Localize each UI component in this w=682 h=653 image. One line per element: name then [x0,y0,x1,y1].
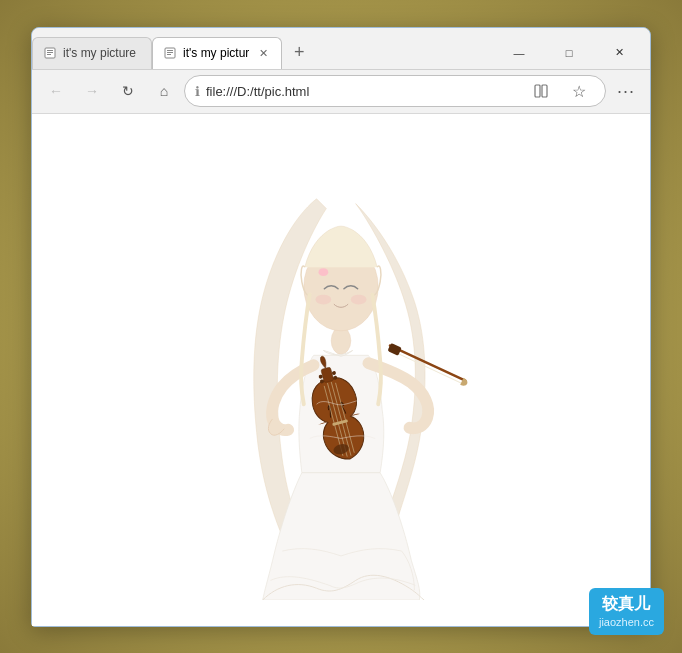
violin-girl-svg [161,140,521,600]
home-button[interactable]: ⌂ [148,75,180,107]
reader-mode-icon[interactable] [525,75,557,107]
back-icon: ← [49,83,63,99]
nav-bar: ← → ↻ ⌂ ℹ file:///D:/tt/pic.html ☆ ··· [32,70,650,114]
more-options-button[interactable]: ··· [610,75,642,107]
svg-rect-3 [47,54,51,55]
refresh-button[interactable]: ↻ [112,75,144,107]
new-tab-button[interactable]: + [284,37,314,69]
more-icon-dots: ··· [617,81,635,102]
refresh-icon: ↻ [122,83,134,99]
svg-rect-7 [167,54,171,55]
svg-rect-1 [47,50,53,51]
home-icon: ⌂ [160,83,168,99]
close-button[interactable]: ✕ [596,37,642,69]
forward-icon: → [85,83,99,99]
tab2-label: it's my pictur [183,46,249,60]
svg-rect-2 [47,52,53,53]
tab1-label: it's my picture [63,46,141,60]
address-bar[interactable]: ℹ file:///D:/tt/pic.html ☆ [184,75,606,107]
info-icon: ℹ [195,84,200,99]
browser-window: it's my picture it's my pictur ✕ + — [31,27,651,627]
tab-close-button[interactable]: ✕ [255,45,271,61]
forward-button[interactable]: → [76,75,108,107]
address-text: file:///D:/tt/pic.html [206,84,519,99]
svg-rect-8 [535,85,540,97]
anime-image [32,114,650,626]
svg-rect-5 [167,50,173,51]
favorite-icon[interactable]: ☆ [563,75,595,107]
page-content [32,114,650,626]
tab-inactive[interactable]: it's my picture [32,37,152,69]
svg-point-13 [316,294,332,304]
svg-point-14 [351,294,367,304]
back-button[interactable]: ← [40,75,72,107]
new-tab-icon: + [294,42,305,63]
watermark-text-line2: jiaozhen.cc [599,615,654,629]
tab1-page-icon [43,46,57,60]
maximize-button[interactable]: □ [546,37,592,69]
svg-point-15 [318,268,328,276]
tab2-page-icon [163,46,177,60]
minimize-button[interactable]: — [496,37,542,69]
tab-active[interactable]: it's my pictur ✕ [152,37,282,69]
svg-rect-6 [167,52,173,53]
title-bar: it's my picture it's my pictur ✕ + — [32,28,650,70]
watermark: 较真儿 jiaozhen.cc [589,588,664,635]
watermark-text-line1: 较真儿 [599,594,654,615]
svg-rect-9 [542,85,547,97]
window-controls: — □ ✕ [496,37,650,69]
